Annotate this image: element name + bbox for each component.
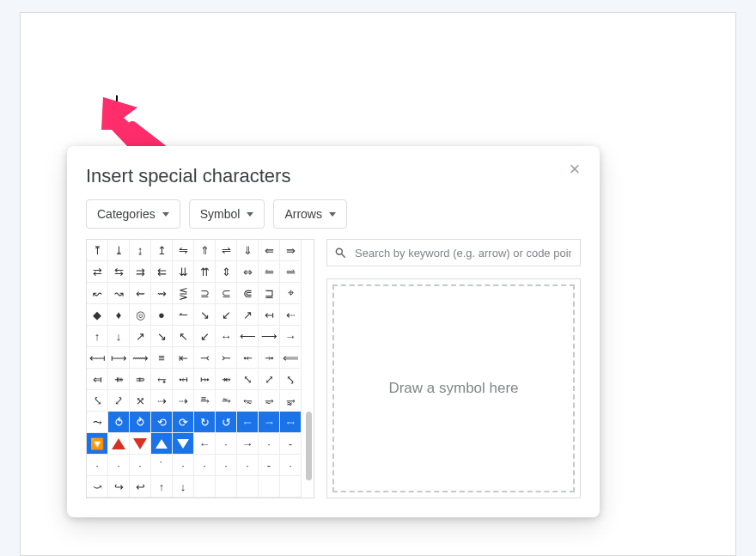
character-cell[interactable]: ⟸ xyxy=(280,347,302,369)
character-cell[interactable]: ⇊ xyxy=(173,261,194,283)
character-cell[interactable]: ↔ xyxy=(216,326,237,347)
character-cell[interactable]: ↗ xyxy=(130,326,151,347)
character-cell[interactable]: ⥵ xyxy=(280,390,302,412)
character-cell[interactable]: ⥆ xyxy=(151,369,173,390)
character-cell[interactable] xyxy=(216,476,237,498)
character-cell[interactable]: · xyxy=(173,455,194,476)
character-cell[interactable]: ⇉ xyxy=(130,261,151,283)
character-cell[interactable]: ⤣ xyxy=(280,369,302,390)
character-cell[interactable]: ⇜ xyxy=(130,283,151,304)
character-cell[interactable]: ↨ xyxy=(130,240,151,261)
character-cell[interactable]: ⥴ xyxy=(259,390,280,412)
character-cell[interactable]: ⤻ xyxy=(87,476,108,498)
character-cell[interactable]: · xyxy=(259,433,280,455)
character-cell[interactable]: ⤥ xyxy=(87,390,108,412)
character-cell[interactable]: ⇤ xyxy=(173,347,194,369)
character-cell[interactable]: ⟻ xyxy=(87,347,108,369)
character-cell[interactable]: ⋚ xyxy=(173,283,194,304)
character-cell[interactable]: ⟼ xyxy=(108,347,130,369)
search-input[interactable] xyxy=(353,246,573,260)
character-cell[interactable]: ⇠ xyxy=(280,304,302,326)
character-cell[interactable]: ⤳ xyxy=(87,412,108,433)
character-cell[interactable]: ↝ xyxy=(108,283,130,304)
character-cell[interactable]: ≡ xyxy=(151,347,173,369)
grid-scrollbar[interactable] xyxy=(306,412,312,480)
character-cell[interactable]: ↜ xyxy=(87,283,108,304)
character-cell[interactable]: ⤟ xyxy=(173,369,194,390)
character-cell[interactable]: ⇌ xyxy=(216,240,237,261)
character-cell[interactable]: → xyxy=(237,433,259,455)
character-cell[interactable]: ⇔ xyxy=(237,261,259,283)
character-cell[interactable]: ⥬ xyxy=(280,261,302,283)
character-cell[interactable]: ↺ xyxy=(216,412,237,433)
character-cell[interactable]: ⤆ xyxy=(87,369,108,390)
character-cell[interactable]: ⇑ xyxy=(194,240,216,261)
character-cell[interactable]: · xyxy=(108,455,130,476)
character-cell[interactable]: · xyxy=(194,455,216,476)
character-cell[interactable]: ⟿ xyxy=(130,347,151,369)
character-cell[interactable]: · xyxy=(280,455,302,476)
character-cell[interactable]: ⤁ xyxy=(108,369,130,390)
character-cell[interactable]: ↖ xyxy=(173,326,194,347)
character-cell[interactable]: ⥇ xyxy=(216,369,237,390)
character-cell[interactable]: · xyxy=(130,455,151,476)
character-cell[interactable]: ⇛ xyxy=(280,240,302,261)
character-cell[interactable]: ⥁ xyxy=(130,412,151,433)
character-cell[interactable] xyxy=(151,433,173,455)
character-cell[interactable]: ⤒ xyxy=(87,240,108,261)
character-cell[interactable]: ⌖ xyxy=(280,283,302,304)
character-cell[interactable]: ⟲ xyxy=(151,412,173,433)
character-cell[interactable]: ⇄ xyxy=(87,261,108,283)
character-cell[interactable]: ⋐ xyxy=(237,283,259,304)
character-cell[interactable]: ⇝ xyxy=(151,283,173,304)
character-cell[interactable]: ⇓ xyxy=(237,240,259,261)
character-cell[interactable]: ↓ xyxy=(108,326,130,347)
character-cell[interactable]: ↥ xyxy=(151,240,173,261)
character-cell[interactable]: ↘ xyxy=(151,326,173,347)
search-field[interactable] xyxy=(326,239,581,266)
character-cell[interactable]: · xyxy=(216,433,237,455)
character-cell[interactable]: ˙ xyxy=(151,455,173,476)
character-cell[interactable] xyxy=(280,476,302,498)
character-cell[interactable]: - xyxy=(280,433,302,455)
character-cell[interactable]: ⟺ xyxy=(280,412,302,433)
character-cell[interactable] xyxy=(237,476,259,498)
character-cell[interactable]: ⟹ xyxy=(259,412,280,433)
character-cell[interactable]: ⊇ xyxy=(194,283,216,304)
character-cell[interactable]: - xyxy=(259,455,280,476)
character-cell[interactable]: ⤚ xyxy=(216,347,237,369)
character-cell[interactable]: ↙ xyxy=(194,326,216,347)
character-cell[interactable]: ⟶ xyxy=(259,326,280,347)
character-cell[interactable]: · xyxy=(87,455,108,476)
character-cell[interactable]: ⟸ xyxy=(237,412,259,433)
character-cell[interactable]: ↼ xyxy=(173,304,194,326)
character-cell[interactable]: ↑ xyxy=(151,476,173,498)
character-cell[interactable]: → xyxy=(280,326,302,347)
character-cell[interactable]: ◆ xyxy=(87,304,108,326)
character-cell[interactable] xyxy=(194,476,216,498)
character-cell[interactable]: ↑ xyxy=(87,326,108,347)
character-cell[interactable]: ⟵ xyxy=(237,326,259,347)
character-cell[interactable]: ↩ xyxy=(130,476,151,498)
categories-dropdown[interactable]: Categories xyxy=(86,199,180,229)
character-cell[interactable]: ⥳ xyxy=(237,390,259,412)
character-cell[interactable]: ↓ xyxy=(173,476,194,498)
character-cell[interactable]: ⊒ xyxy=(259,283,280,304)
character-cell[interactable]: ⇇ xyxy=(151,261,173,283)
character-cell[interactable]: ⇕ xyxy=(216,261,237,283)
character-cell[interactable]: ⤢ xyxy=(259,369,280,390)
character-cell[interactable] xyxy=(130,433,151,455)
character-cell[interactable]: ⇢ xyxy=(151,390,173,412)
character-cell[interactable]: ← xyxy=(194,433,216,455)
character-cell[interactable]: ⥀ xyxy=(108,412,130,433)
character-cell[interactable]: ⤞ xyxy=(259,347,280,369)
character-cell[interactable]: ⤙ xyxy=(194,347,216,369)
character-cell[interactable] xyxy=(173,433,194,455)
character-cell[interactable]: · xyxy=(237,455,259,476)
character-cell[interactable]: ● xyxy=(151,304,173,326)
character-cell[interactable]: ↗ xyxy=(237,304,259,326)
character-cell[interactable]: ⇆ xyxy=(108,261,130,283)
character-cell[interactable]: ⤦ xyxy=(108,390,130,412)
character-cell[interactable] xyxy=(108,433,130,455)
character-cell[interactable]: ⤓ xyxy=(108,240,130,261)
